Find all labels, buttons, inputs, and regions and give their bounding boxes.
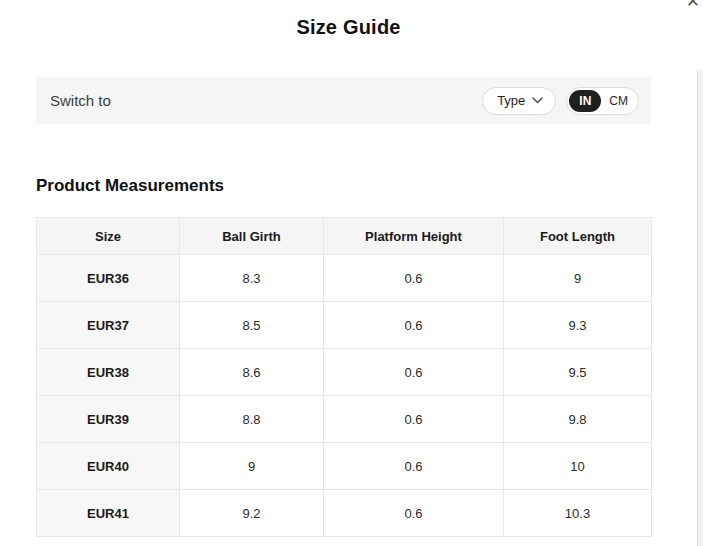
platform-height-value: 0.6 [324, 349, 504, 396]
table-row: EUR41 9.2 0.6 10.3 [37, 490, 652, 537]
scrollbar[interactable] [697, 70, 703, 546]
switch-to-bar: Switch to Type IN CM [36, 77, 651, 124]
ball-girth-value: 8.5 [180, 302, 324, 349]
column-header-foot-length: Foot Length [504, 218, 652, 255]
table-row: EUR36 8.3 0.6 9 [37, 255, 652, 302]
size-label: EUR40 [37, 443, 180, 490]
dialog-title: Size Guide [0, 16, 697, 39]
platform-height-value: 0.6 [324, 443, 504, 490]
column-header-ball-girth: Ball Girth [180, 218, 324, 255]
size-label: EUR38 [37, 349, 180, 396]
size-label: EUR37 [37, 302, 180, 349]
platform-height-value: 0.6 [324, 302, 504, 349]
type-dropdown[interactable]: Type [482, 87, 556, 115]
unit-toggle: IN CM [566, 87, 639, 115]
ball-girth-value: 8.6 [180, 349, 324, 396]
size-label: EUR36 [37, 255, 180, 302]
unit-toggle-in[interactable]: IN [569, 90, 601, 112]
table-row: EUR38 8.6 0.6 9.5 [37, 349, 652, 396]
platform-height-value: 0.6 [324, 255, 504, 302]
column-header-platform-height: Platform Height [324, 218, 504, 255]
size-label: EUR41 [37, 490, 180, 537]
table-header-row: Size Ball Girth Platform Height Foot Len… [37, 218, 652, 255]
size-label: EUR39 [37, 396, 180, 443]
size-table: Size Ball Girth Platform Height Foot Len… [36, 217, 652, 537]
ball-girth-value: 9 [180, 443, 324, 490]
foot-length-value: 9 [504, 255, 652, 302]
table-row: EUR40 9 0.6 10 [37, 443, 652, 490]
foot-length-value: 9.8 [504, 396, 652, 443]
type-dropdown-label: Type [497, 93, 525, 108]
table-row: EUR39 8.8 0.6 9.8 [37, 396, 652, 443]
platform-height-value: 0.6 [324, 396, 504, 443]
foot-length-value: 9.5 [504, 349, 652, 396]
foot-length-value: 9.3 [504, 302, 652, 349]
foot-length-value: 10.3 [504, 490, 652, 537]
unit-toggle-cm[interactable]: CM [601, 90, 636, 112]
platform-height-value: 0.6 [324, 490, 504, 537]
ball-girth-value: 9.2 [180, 490, 324, 537]
switch-to-label: Switch to [50, 92, 482, 109]
table-row: EUR37 8.5 0.6 9.3 [37, 302, 652, 349]
ball-girth-value: 8.3 [180, 255, 324, 302]
ball-girth-value: 8.8 [180, 396, 324, 443]
section-heading: Product Measurements [36, 176, 224, 196]
chevron-down-icon [532, 97, 543, 104]
column-header-size: Size [37, 218, 180, 255]
close-icon[interactable]: ✕ [684, 0, 702, 12]
foot-length-value: 10 [504, 443, 652, 490]
